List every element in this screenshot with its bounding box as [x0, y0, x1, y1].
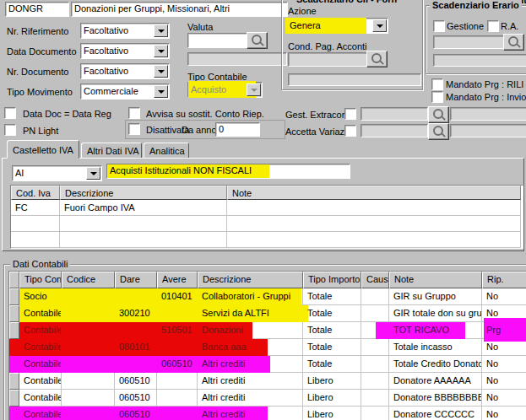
dati-col-header[interactable]: Rip. — [482, 272, 526, 288]
dati-col-header[interactable]: Codice — [62, 272, 115, 288]
chevron-down-icon[interactable] — [154, 24, 168, 37]
dati-row[interactable]: Contabile510501DonazioniTotaleTOT RICAVO… — [9, 322, 526, 339]
mandato-invio-checkbox[interactable] — [431, 91, 443, 103]
da-anno-input[interactable]: 0 — [215, 122, 260, 137]
data-doc-checkbox[interactable] — [4, 107, 16, 119]
dati-cell: Contabile — [19, 407, 62, 420]
castelletto-col-header[interactable]: Descrizione — [60, 186, 227, 200]
chevron-down-icon — [247, 83, 261, 96]
gestione-checkbox[interactable] — [433, 20, 445, 32]
pn-light-checkbox[interactable] — [4, 124, 16, 136]
gest-extracont-field2 — [450, 107, 526, 121]
dati-col-header[interactable]: Tipo Cont — [19, 272, 62, 288]
causale-code-field[interactable]: DONGR — [5, 2, 69, 17]
dati-col-header[interactable]: Descrizione — [198, 272, 303, 288]
dati-header-row: Tipo ContCodiceDareAvereDescrizioneTipo … — [9, 272, 526, 288]
nr-riferimento-combo[interactable]: Facoltativo — [80, 23, 170, 39]
castelletto-row[interactable] — [11, 216, 523, 232]
chevron-down-icon[interactable] — [86, 167, 100, 180]
chevron-down-icon[interactable] — [154, 45, 168, 57]
dati-cell: Altri crediti — [198, 373, 303, 390]
castelletto-cell — [227, 232, 521, 248]
valuta-search-button[interactable] — [247, 32, 268, 49]
row-selector[interactable] — [9, 305, 19, 322]
row-selector[interactable] — [9, 373, 19, 390]
castelletto-row[interactable] — [11, 232, 523, 248]
chevron-down-icon[interactable] — [154, 85, 168, 98]
gest-extracont-checkbox[interactable] — [344, 108, 356, 120]
dati-cell — [361, 305, 389, 322]
dati-cell: Contabile — [19, 390, 62, 407]
accetta-variaz-label: Accetta Variaz. — [285, 127, 347, 137]
dati-row[interactable]: Contabile060510Altri creditiLiberoDonato… — [9, 407, 526, 420]
dati-cell: 060510 — [115, 373, 157, 390]
dati-cell: Libero — [303, 373, 361, 390]
nr-documento-value: Facoltativo — [84, 66, 155, 76]
nr-documento-combo[interactable]: Facoltativo — [80, 63, 170, 79]
dati-row[interactable]: Contabile080101Banca aaaTotaleTotale inc… — [9, 339, 526, 356]
castelletto-code-value: AI — [15, 168, 87, 178]
dati-cell: Libero — [303, 407, 361, 420]
mandato-rili-label: Mandato Prg : RILI — [446, 79, 523, 89]
accetta-variaz-checkbox[interactable] — [344, 125, 356, 137]
dati-cell: Libero — [303, 390, 361, 407]
disattivata-checkbox[interactable] — [128, 123, 140, 135]
dati-cell: Donatore AAAAAA — [389, 373, 482, 390]
data-documento-label: Data Documento — [7, 46, 77, 57]
castelletto-row[interactable]: FCFuori Campo IVA — [11, 200, 523, 216]
gest-extracont-search-button[interactable] — [428, 106, 449, 123]
dati-row[interactable]: Socio010401Collaboratori - GruppiTotaleG… — [9, 288, 526, 305]
dati-cell — [361, 288, 389, 305]
azione-combo[interactable]: Genera — [286, 18, 388, 34]
castelletto-code-combo[interactable]: AI — [12, 165, 102, 181]
causale-config-window: DONGR Donazioni per Gruppi, Missionari, … — [0, 0, 526, 420]
castelletto-col-header[interactable]: Note — [227, 186, 521, 200]
erario-search-button[interactable] — [503, 34, 524, 51]
row-selector[interactable] — [9, 390, 19, 407]
dati-cell: No — [482, 288, 526, 305]
ra-checkbox[interactable] — [487, 20, 499, 32]
causale-description-field[interactable]: Donazioni per Gruppi, Missionari, Altri — [71, 2, 288, 17]
nr-riferimento-value: Facoltativo — [84, 25, 155, 35]
tab-castelletto-iva[interactable]: Castelletto IVA — [7, 140, 79, 159]
dati-cell — [62, 390, 115, 407]
cond-pag-search-button[interactable] — [366, 51, 388, 67]
castelletto-description-field[interactable]: Acquisti Istituzionali NON FISCALI — [106, 164, 350, 179]
row-selector[interactable] — [9, 288, 19, 305]
avvisa-checkbox[interactable] — [128, 107, 140, 119]
dati-cell — [62, 373, 115, 390]
mandato-rili-checkbox[interactable] — [431, 78, 443, 90]
pn-light-label: PN Light — [23, 126, 58, 136]
search-icon — [508, 36, 518, 46]
dati-row[interactable]: Contabile060510Altri creditiLiberoDonato… — [9, 390, 526, 407]
dati-cell: Totale — [303, 322, 361, 339]
chevron-down-icon[interactable] — [154, 65, 168, 78]
castelletto-cell: FC — [11, 200, 60, 216]
dati-row[interactable]: Contabile300210Servizi da ALTFITotaleGIR… — [9, 305, 526, 322]
dati-col-header[interactable]: Tipo Importo — [303, 272, 361, 288]
dati-row[interactable]: Contabile060510Altri creditiTotaleTotale… — [9, 356, 526, 373]
gest-extracont-field — [361, 107, 428, 121]
valuta-field[interactable] — [187, 33, 250, 48]
castelletto-col-header[interactable]: Cod. Iva — [11, 186, 60, 200]
valuta-description-field — [187, 52, 287, 66]
tab-altri-dati-iva[interactable]: Altri Dati IVA — [81, 143, 142, 159]
dati-row[interactable]: Contabile060510Altri creditiLiberoDonato… — [9, 373, 526, 390]
chevron-down-icon[interactable] — [372, 19, 387, 32]
dati-cell: Totale incasso — [389, 339, 482, 356]
dati-col-header[interactable]: Avere — [157, 272, 198, 288]
azione-label: Azione — [288, 6, 317, 16]
accetta-variaz-search-button[interactable] — [428, 123, 449, 140]
da-anno-label: Da anno — [182, 125, 217, 135]
dati-cell — [361, 373, 389, 390]
dati-cell: Altri crediti — [198, 407, 303, 420]
tipo-movimento-combo[interactable]: Commerciale — [80, 83, 170, 100]
data-documento-combo[interactable]: Facoltativo — [80, 43, 170, 59]
tipo-movimento-label: Tipo Movimento — [7, 87, 73, 97]
row-selector[interactable] — [9, 322, 19, 339]
dati-col-header[interactable]: Dare — [115, 272, 157, 288]
tab-analitica[interactable]: Analitica — [144, 143, 189, 159]
gest-extracont-label: Gest. Extracont. — [285, 110, 352, 120]
dati-col-header[interactable]: Note — [389, 272, 482, 288]
dati-col-header[interactable]: Caus. — [361, 272, 389, 288]
